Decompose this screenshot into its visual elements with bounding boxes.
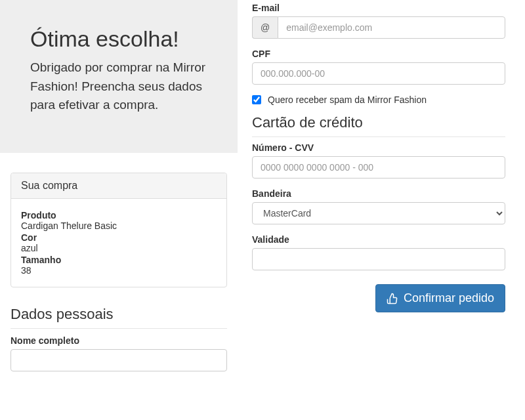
personal-heading: Dados pessoais [10,306,227,329]
spam-checkbox[interactable] [252,95,261,104]
email-label: E-mail [252,3,505,13]
flag-select[interactable]: MasterCard [252,202,505,224]
cpf-label: CPF [252,49,505,59]
name-label: Nome completo [10,335,227,346]
name-input[interactable] [10,349,227,371]
flag-label: Bandeira [252,188,505,199]
product-label: Produto [21,210,217,220]
color-value: azul [21,243,217,253]
purchase-panel: Sua compra Produto Cardigan Thelure Basi… [10,173,227,287]
color-label: Cor [21,232,217,243]
hero-banner: Ótima escolha! Obrigado por comprar na M… [0,0,238,153]
size-value: 38 [21,265,217,276]
email-addon: @ [252,16,278,39]
thumbs-up-icon [387,293,398,304]
email-input[interactable] [278,16,505,39]
spam-label: Quero receber spam da Mirror Fashion [268,94,427,105]
validity-label: Validade [252,234,505,245]
card-heading: Cartão de crédito [252,114,505,137]
validity-input[interactable] [252,248,505,270]
size-label: Tamanho [21,255,217,265]
confirm-label: Confirmar pedido [404,291,494,305]
purchase-panel-heading: Sua compra [11,173,226,199]
card-number-input[interactable] [252,156,505,178]
confirm-button[interactable]: Confirmar pedido [375,284,505,312]
card-number-label: Número - CVV [252,142,505,153]
product-value: Cardigan Thelure Basic [21,220,217,231]
hero-title: Ótima escolha! [30,26,207,52]
hero-subtitle: Obrigado por comprar na Mirror Fashion! … [30,58,207,115]
cpf-input[interactable] [252,62,505,85]
